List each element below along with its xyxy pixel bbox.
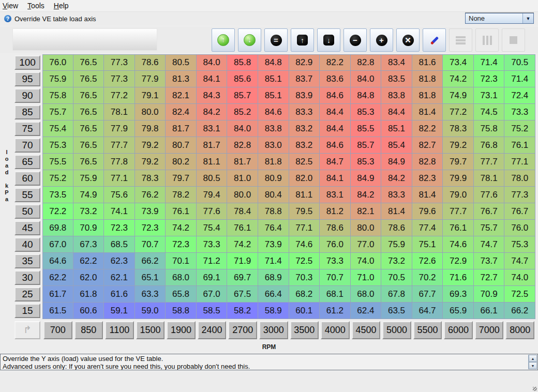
ve-cell[interactable]: 73.2 [381, 253, 412, 269]
ve-cell[interactable]: 62.4 [351, 303, 382, 319]
ve-cell[interactable]: 73.7 [474, 253, 505, 269]
ve-cell[interactable]: 72.3 [474, 71, 505, 87]
ve-cell[interactable]: 74.2 [166, 220, 197, 236]
ve-cell[interactable]: 75.3 [504, 236, 535, 253]
load-axis-cell[interactable]: 40 [14, 237, 40, 252]
ve-cell[interactable]: 76.7 [474, 203, 505, 220]
ve-cell[interactable]: 84.6 [320, 137, 351, 154]
load-axis-cell[interactable]: 35 [14, 254, 40, 268]
ve-cell[interactable]: 83.5 [381, 71, 412, 87]
load-axis-cell[interactable]: 95 [14, 72, 40, 86]
ve-cell[interactable]: 75.8 [474, 120, 505, 137]
ve-cell[interactable]: 81.3 [166, 71, 197, 87]
ve-cell[interactable]: 78.4 [227, 203, 258, 220]
axis-override-dropdown[interactable]: None ▼ [465, 13, 534, 24]
ve-cell[interactable]: 68.2 [289, 286, 320, 303]
ve-cell[interactable]: 67.0 [197, 286, 228, 303]
load-axis-cell[interactable]: 90 [14, 88, 40, 103]
ve-cell[interactable]: 77.1 [104, 170, 135, 187]
ve-cell[interactable]: 82.8 [351, 54, 382, 71]
ve-cell[interactable]: 79.7 [443, 154, 474, 170]
ve-cell[interactable]: 75.7 [474, 220, 505, 236]
ve-cell[interactable]: 62.1 [104, 269, 135, 286]
chevron-down-icon[interactable]: ▼ [522, 13, 533, 23]
ve-cell[interactable]: 78.8 [258, 203, 289, 220]
ve-cell[interactable]: 75.3 [42, 137, 73, 154]
ve-cell[interactable]: 60.6 [73, 303, 104, 319]
ve-cell[interactable]: 82.2 [320, 54, 351, 71]
load-axis-cell[interactable]: 65 [14, 155, 40, 169]
ve-cell[interactable]: 78.3 [135, 170, 166, 187]
ve-cell[interactable]: 78.6 [135, 54, 166, 71]
ve-cell[interactable]: 82.3 [412, 170, 443, 187]
ve-cell[interactable]: 78.3 [443, 120, 474, 137]
ve-cell[interactable]: 85.3 [351, 154, 382, 170]
load-axis-cell[interactable]: 30 [14, 270, 40, 285]
ve-cell[interactable]: 85.7 [227, 87, 258, 104]
increase-green-up-button[interactable]: ↑ [212, 28, 235, 52]
ve-cell[interactable]: 83.4 [381, 54, 412, 71]
ve-cell[interactable]: 64.7 [412, 303, 443, 319]
ve-cell[interactable]: 77.9 [135, 71, 166, 87]
ve-cell[interactable]: 70.7 [320, 269, 351, 286]
ve-cell[interactable]: 76.5 [73, 54, 104, 71]
ve-cell[interactable]: 84.2 [381, 170, 412, 187]
ve-cell[interactable]: 75.9 [381, 236, 412, 253]
rpm-axis-cell[interactable]: 2700 [228, 321, 257, 339]
edit-pencil-button[interactable] [423, 28, 446, 52]
ve-cell[interactable]: 80.0 [227, 187, 258, 203]
ve-cell[interactable]: 74.0 [504, 269, 535, 286]
ve-cell[interactable]: 81.0 [227, 170, 258, 187]
ve-cell[interactable]: 67.7 [412, 286, 443, 303]
ve-cell[interactable]: 81.4 [412, 104, 443, 120]
menu-help[interactable]: Help [51, 2, 75, 10]
ve-cell[interactable]: 73.5 [42, 187, 73, 203]
rpm-axis-cell[interactable]: 1500 [136, 321, 165, 339]
ve-cell[interactable]: 84.0 [227, 120, 258, 137]
ve-cell[interactable]: 61.8 [73, 286, 104, 303]
ve-cell[interactable]: 62.0 [73, 269, 104, 286]
ve-cell[interactable]: 82.7 [412, 137, 443, 154]
ve-cell[interactable]: 84.8 [351, 87, 382, 104]
ve-cell[interactable]: 74.9 [73, 187, 104, 203]
decrease-green-down-button[interactable]: ↓ [238, 28, 261, 52]
ve-cell[interactable]: 77.0 [351, 236, 382, 253]
menu-view[interactable]: View [0, 2, 24, 10]
rpm-axis-cell[interactable]: 1100 [105, 321, 134, 339]
ve-cell[interactable]: 68.5 [104, 236, 135, 253]
ve-cell[interactable]: 85.8 [227, 54, 258, 71]
ve-cell[interactable]: 61.6 [104, 286, 135, 303]
rpm-axis-cell[interactable]: 850 [74, 321, 103, 339]
ve-cell[interactable]: 70.5 [504, 54, 535, 71]
ve-cell[interactable]: 82.9 [289, 54, 320, 71]
ve-cell[interactable]: 59.0 [135, 303, 166, 319]
ve-cell[interactable]: 76.1 [504, 137, 535, 154]
rpm-axis-cell[interactable]: 3000 [259, 321, 288, 339]
ve-cell[interactable]: 83.9 [289, 87, 320, 104]
rpm-axis-cell[interactable]: 7000 [475, 321, 504, 339]
ve-cell[interactable]: 67.5 [227, 286, 258, 303]
ve-cell[interactable]: 71.4 [258, 253, 289, 269]
menu-tools[interactable]: Tools [24, 2, 51, 10]
ve-cell[interactable]: 62.2 [73, 253, 104, 269]
ve-cell[interactable]: 80.5 [197, 170, 228, 187]
load-axis-cell[interactable]: 70 [14, 138, 40, 153]
ve-cell[interactable]: 69.8 [42, 220, 73, 236]
ve-cell[interactable]: 81.1 [197, 154, 228, 170]
ve-cell[interactable]: 79.5 [289, 203, 320, 220]
ve-cell[interactable]: 63.5 [381, 303, 412, 319]
ve-cell[interactable]: 72.3 [104, 220, 135, 236]
rpm-axis-cell[interactable]: 5500 [413, 321, 442, 339]
ve-cell[interactable]: 77.7 [443, 203, 474, 220]
ve-cell[interactable]: 84.0 [351, 71, 382, 87]
ve-cell[interactable]: 84.8 [258, 54, 289, 71]
axis-swap-cell[interactable]: ↱ [14, 321, 40, 339]
ve-cell[interactable]: 71.6 [443, 269, 474, 286]
ve-cell[interactable]: 66.2 [135, 253, 166, 269]
ve-cell[interactable]: 74.7 [504, 253, 535, 269]
ve-cell[interactable]: 68.0 [166, 269, 197, 286]
scroll-down-icon[interactable]: ▼ [529, 362, 537, 369]
ve-cell[interactable]: 84.3 [197, 87, 228, 104]
rpm-axis-cell[interactable]: 6000 [444, 321, 473, 339]
ve-cell[interactable]: 82.0 [289, 170, 320, 187]
